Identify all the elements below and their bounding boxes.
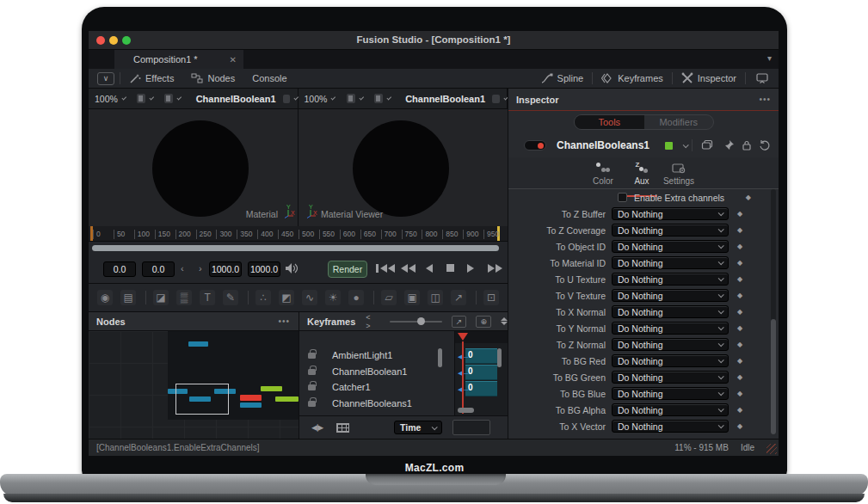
zoom-slider-handle[interactable]	[417, 317, 425, 325]
mask-icon[interactable]: ∴	[255, 290, 271, 305]
expand-icon[interactable]: ⊡	[483, 290, 499, 305]
keyframe-diamond-icon[interactable]: ◆	[737, 357, 742, 365]
tab-tools[interactable]: Tools	[575, 115, 644, 129]
split-view-icon[interactable]	[137, 94, 145, 103]
keyframe-diamond-icon[interactable]: ◆	[737, 341, 742, 348]
viewer-buffer-icon[interactable]	[283, 95, 291, 103]
spline-button[interactable]: Spline	[532, 69, 593, 88]
brightness-contrast-icon[interactable]: ☀	[325, 290, 341, 305]
parameter-dropdown[interactable]: Do Nothing	[612, 403, 729, 416]
merge-3d-icon[interactable]: ◫	[428, 290, 443, 305]
nodes-button[interactable]: Nodes	[182, 69, 243, 88]
node-enable-toggle[interactable]	[524, 140, 546, 151]
split-view-icon[interactable]	[347, 94, 355, 103]
inspector-menu-icon[interactable]: •••	[759, 95, 771, 104]
timeline-scrollbar-bottom[interactable]	[458, 408, 474, 413]
step-field[interactable]: 0.0	[142, 261, 175, 277]
stop-button[interactable]	[446, 264, 454, 272]
blur-icon[interactable]: ●	[348, 290, 364, 305]
keyframes-list-item[interactable]: ChannelBooleans1	[299, 396, 454, 411]
lock-icon[interactable]	[741, 139, 753, 151]
range-end-field[interactable]: 1000.0	[209, 261, 242, 277]
render-button[interactable]: Render	[328, 261, 367, 278]
audio-icon[interactable]	[285, 262, 298, 276]
text-tool-icon[interactable]: T	[200, 290, 215, 305]
chevron-down-icon[interactable]	[683, 142, 689, 148]
splitter-icon[interactable]: ◀|▶	[311, 423, 323, 432]
zoom-magnifier-icon[interactable]: ⊕	[476, 316, 491, 328]
expand-panel-icon[interactable]: ↗	[452, 316, 467, 328]
keyframes-button[interactable]: Keyframes	[593, 69, 672, 88]
keyframe-diamond-icon[interactable]: ◆	[737, 226, 742, 234]
subtab-settings[interactable]: Settings	[660, 161, 698, 186]
play-reverse-button[interactable]	[426, 264, 433, 273]
keyframes-timeline[interactable]: ◀— 0 ◀— 0 ◀— 0	[455, 331, 508, 415]
parameter-dropdown[interactable]: Do Nothing	[612, 338, 729, 351]
subview-icon[interactable]	[164, 94, 173, 103]
parameter-dropdown[interactable]: Do Nothing	[612, 240, 729, 253]
version-color-swatch[interactable]	[665, 142, 673, 150]
lock-icon[interactable]	[308, 384, 316, 390]
fast-rewind-button[interactable]	[401, 264, 416, 273]
subview-icon[interactable]	[374, 94, 383, 103]
resize-icon[interactable]: ↗	[451, 290, 466, 305]
left-zoom-level[interactable]: 100%	[95, 94, 118, 104]
zoom-slider[interactable]	[390, 321, 442, 323]
chevron-down-icon[interactable]	[359, 95, 364, 101]
node-tree-icon[interactable]: ▤	[120, 290, 136, 305]
chevron-down-icon[interactable]	[149, 95, 154, 101]
subtab-color[interactable]: Color	[584, 161, 622, 186]
time-value-field[interactable]	[452, 420, 490, 435]
viewer-buffer-icon[interactable]	[492, 95, 500, 103]
decrement-arrow[interactable]: ‹	[181, 263, 184, 274]
lock-icon[interactable]	[308, 401, 316, 407]
enable-extra-channels-checkbox[interactable]	[618, 193, 627, 202]
navigator-view-frame[interactable]	[175, 384, 229, 415]
skip-to-start-button[interactable]	[376, 264, 395, 273]
timeline-scrollbar-right[interactable]	[497, 348, 502, 367]
versions-icon[interactable]	[701, 139, 713, 151]
sort-icon[interactable]	[501, 317, 508, 325]
global-end-field[interactable]: 1000.0	[248, 261, 280, 277]
keyframe-track[interactable]: ◀— 0	[465, 348, 497, 364]
parameter-dropdown[interactable]: Do Nothing	[612, 305, 729, 318]
keyframe-diamond-icon[interactable]: ◆	[737, 373, 742, 381]
keyframe-diamond-icon[interactable]: ◆	[737, 259, 742, 267]
play-button[interactable]	[467, 264, 474, 273]
fast-forward-button[interactable]	[488, 264, 502, 273]
tab-close-icon[interactable]: ✕	[230, 55, 237, 65]
chevron-down-icon[interactable]	[177, 95, 182, 101]
parameter-dropdown[interactable]: Do Nothing	[612, 224, 729, 237]
current-time-field[interactable]: 0.0	[103, 261, 136, 277]
parameter-dropdown[interactable]: Do Nothing	[612, 322, 729, 335]
keyframe-track[interactable]: ◀— 0	[465, 365, 497, 380]
viewer-area[interactable]: Material YX YX Material Viewer	[89, 109, 508, 226]
keyframe-diamond-icon[interactable]: ◆	[737, 243, 742, 250]
color-gain-icon[interactable]: ∿	[302, 290, 317, 305]
timeline-scrollbar[interactable]	[92, 245, 499, 251]
keyframe-track[interactable]: ◀— 0	[465, 381, 497, 396]
keyframe-diamond-icon[interactable]: ◆	[737, 308, 742, 316]
increment-arrow[interactable]: ›	[199, 263, 202, 274]
playhead-marker[interactable]	[458, 333, 468, 341]
parameter-dropdown[interactable]: Do Nothing	[612, 354, 729, 367]
paint-icon[interactable]: ✎	[223, 290, 238, 305]
effects-button[interactable]: Effects	[120, 69, 182, 88]
right-zoom-level[interactable]: 100%	[305, 94, 328, 104]
parameter-dropdown[interactable]: Do Nothing	[612, 273, 729, 286]
parameter-dropdown[interactable]: Do Nothing	[612, 289, 729, 302]
parameter-dropdown[interactable]: Do Nothing	[612, 420, 729, 433]
time-dropdown[interactable]: Time	[394, 421, 442, 434]
lock-icon[interactable]	[308, 353, 316, 359]
parameter-dropdown[interactable]: Do Nothing	[612, 387, 729, 400]
fast-noise-icon[interactable]: ▒	[176, 290, 192, 305]
node-navigator[interactable]	[168, 331, 299, 420]
parameter-dropdown[interactable]: Do Nothing	[612, 207, 729, 220]
parameter-dropdown[interactable]: Do Nothing	[612, 371, 729, 384]
chevron-down-icon[interactable]	[121, 95, 126, 101]
spreadsheet-icon[interactable]	[336, 423, 349, 433]
pin-icon[interactable]	[723, 139, 735, 151]
nodes-menu-icon[interactable]: •••	[278, 317, 290, 326]
keyframe-diamond-icon[interactable]: ◆	[737, 422, 742, 430]
tab-composition1[interactable]: Composition1 * ✕	[114, 50, 243, 69]
